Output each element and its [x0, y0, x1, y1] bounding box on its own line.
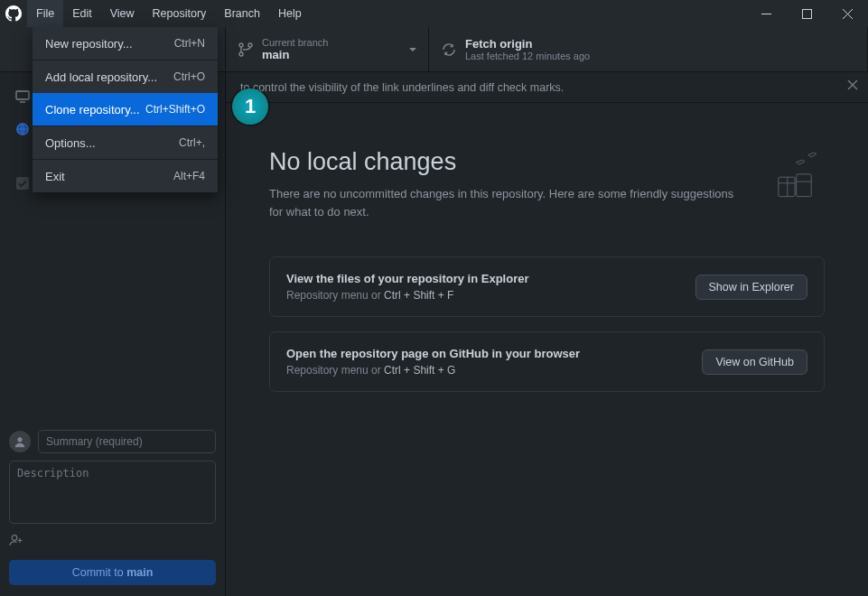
branch-name: main	[262, 48, 328, 61]
menu-bar: File Edit View Repository Branch Help	[27, 0, 311, 27]
close-button[interactable]	[827, 0, 868, 27]
sync-icon	[442, 42, 456, 57]
svg-point-8	[17, 437, 22, 442]
branch-icon	[238, 42, 253, 57]
menu-file[interactable]: File	[27, 0, 63, 27]
window-controls	[746, 0, 868, 27]
suggestion-subtitle: Repository menu or Ctrl + Shift + F	[286, 289, 529, 302]
svg-rect-12	[779, 177, 795, 196]
suggestion-card: View the files of your repository in Exp…	[269, 256, 825, 317]
add-coauthor-button[interactable]	[9, 533, 216, 551]
chevron-down-icon	[408, 42, 417, 58]
menu-clone-repository[interactable]: Clone repository...Ctrl+Shift+O	[33, 93, 218, 126]
current-branch-selector[interactable]: Current branch main	[226, 27, 429, 71]
svg-rect-1	[803, 9, 812, 18]
fetch-label: Fetch origin	[465, 37, 590, 51]
close-icon[interactable]	[846, 79, 859, 95]
suggestion-title: Open the repository page on GitHub in yo…	[286, 347, 580, 360]
menu-new-repository[interactable]: New repository...Ctrl+N	[33, 27, 218, 60]
menu-exit[interactable]: ExitAlt+F4	[33, 160, 218, 192]
suggestion-card: Open the repository page on GitHub in yo…	[269, 331, 825, 392]
commit-button-prefix: Commit to	[72, 566, 126, 579]
page-subtitle: There are no uncommitted changes in this…	[269, 185, 738, 220]
svg-rect-4	[16, 91, 29, 99]
page-title: No local changes	[269, 148, 738, 176]
suggestion-title: View the files of your repository in Exp…	[286, 272, 529, 285]
protip-bar: to control the visibility of the link un…	[226, 72, 868, 103]
svg-rect-13	[797, 174, 812, 197]
svg-rect-7	[16, 177, 29, 190]
fetch-sub: Last fetched 12 minutes ago	[465, 51, 590, 61]
commit-panel: Commit to main	[0, 423, 225, 596]
menu-help[interactable]: Help	[269, 0, 311, 27]
menu-add-local-repository[interactable]: Add local repository...Ctrl+O	[33, 61, 218, 93]
file-menu-dropdown: New repository...Ctrl+N Add local reposi…	[33, 27, 218, 192]
title-bar: File Edit View Repository Branch Help	[0, 0, 868, 27]
menu-branch[interactable]: Branch	[215, 0, 269, 27]
menu-repository[interactable]: Repository	[144, 0, 216, 27]
menu-view[interactable]: View	[101, 0, 144, 27]
view-on-github-button[interactable]: View on GitHub	[702, 349, 807, 375]
commit-description-input[interactable]	[9, 461, 216, 524]
menu-edit[interactable]: Edit	[63, 0, 101, 27]
annotation-badge-1: 1	[232, 88, 268, 125]
maximize-button[interactable]	[787, 0, 827, 27]
protip-text: to control the visibility of the link un…	[240, 81, 564, 94]
user-avatar	[9, 431, 31, 452]
commit-button[interactable]: Commit to main	[9, 560, 216, 585]
branch-label: Current branch	[262, 37, 328, 48]
fetch-origin-button[interactable]: Fetch origin Last fetched 12 minutes ago	[429, 27, 868, 71]
svg-point-9	[12, 535, 17, 541]
github-icon	[0, 5, 27, 22]
menu-options[interactable]: Options...Ctrl+,	[33, 126, 218, 159]
show-in-explorer-button[interactable]: Show in Explorer	[695, 275, 808, 300]
commit-button-branch: main	[126, 566, 153, 579]
main-content: to control the visibility of the link un…	[226, 72, 868, 596]
suggestion-subtitle: Repository menu or Ctrl + Shift + G	[286, 364, 580, 377]
commit-summary-input[interactable]	[38, 430, 216, 453]
minimize-button[interactable]	[746, 0, 787, 27]
empty-state-illustration	[765, 146, 825, 210]
